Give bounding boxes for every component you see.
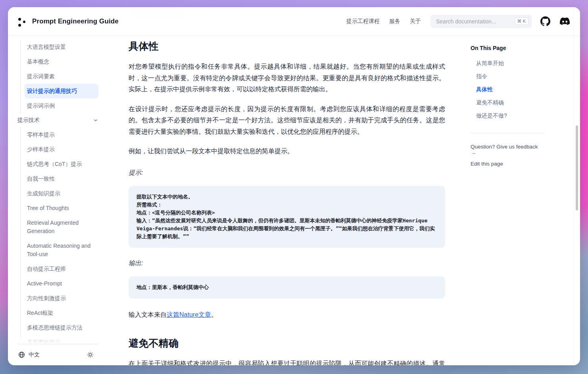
toc-sidebar: On This Page 从简单开始 指令 具体性 避免不精确 做还是不做? Q… (471, 36, 580, 365)
sidebar-item-active-prompt[interactable]: Active-Prompt (25, 276, 98, 291)
sidebar-item-llm-settings[interactable]: 大语言模型设置 (25, 40, 98, 54)
sidebar-section-label: 提示技术 (17, 117, 40, 124)
sidebar-item-react[interactable]: ReAct框架 (25, 306, 98, 320)
chevron-down-icon (93, 118, 98, 123)
sidebar-item-knowledge-gen[interactable]: 生成知识提示 (25, 186, 98, 201)
toc-divider (471, 133, 544, 133)
brand-logo-icon[interactable] (18, 16, 27, 27)
sidebar-item-tree-of-thoughts[interactable]: Tree of Thoughts (25, 201, 98, 216)
sidebar-item-rag[interactable]: Retrieval Augmented Generation (25, 216, 98, 239)
nav-links: 提示工程课程 服务 关于 (346, 18, 421, 25)
sidebar-item-basics[interactable]: 基本概念 (25, 54, 98, 69)
sidebar-item-ape[interactable]: 自动提示工程师 (25, 262, 98, 276)
prompt-code-block[interactable]: 提取以下文本中的地名。 所需格式： 地点：<逗号分隔的公司名称列表> 输入：“虽… (129, 186, 445, 248)
language-label: 中文 (29, 351, 40, 359)
sidebar-item-graph-prompting[interactable]: 基于图的提示 (25, 335, 98, 344)
search-placeholder: Search documentation... (436, 18, 515, 25)
sidebar-section-techniques[interactable]: 提示技术 (17, 113, 98, 127)
language-switcher[interactable]: 中文 (18, 351, 40, 359)
source-prefix: 输入文本来自 (129, 311, 167, 318)
paragraph-4: 在上面关于详细和格式改进的提示中，很容易陷入想要过于聪明的提示陷阱，从而可能创建… (129, 358, 445, 366)
sidebar-scroll-area[interactable]: 大语言模型设置 基本概念 提示词要素 设计提示的通用技巧 提示词示例 提示技术 … (17, 40, 98, 344)
scrollbar-thumb[interactable] (576, 125, 578, 210)
toc-item-imprecision[interactable]: 避免不精确 (471, 96, 544, 109)
heading-imprecision: 避免不精确 (129, 337, 445, 350)
sidebar-item-general-tips-active[interactable]: 设计提示的通用技巧 (25, 84, 98, 98)
sidebar-item-few-shot[interactable]: 少样本提示 (25, 142, 98, 157)
source-suffix: 。 (211, 311, 217, 318)
sidebar-item-art[interactable]: Automatic Reasoning and Tool-use (25, 239, 98, 262)
heading-specificity: 具体性 (129, 40, 445, 53)
edit-page-link[interactable]: Edit this page (471, 161, 544, 167)
github-icon[interactable] (540, 16, 550, 26)
search-shortcut-badge: ⌘ K (515, 17, 528, 25)
top-navbar: Prompt Engineering Guide 提示工程课程 服务 关于 Se… (8, 7, 580, 36)
toc-item-specificity-active[interactable]: 具体性 (471, 83, 544, 96)
toc-title: On This Page (471, 45, 544, 51)
theme-toggle-sun-icon[interactable] (87, 351, 94, 358)
sidebar-item-multimodal-cot[interactable]: 多模态思维链提示方法 (25, 320, 98, 335)
discord-icon[interactable] (560, 16, 570, 26)
toc-item-to-do-or-not[interactable]: 做还是不做? (471, 109, 544, 122)
page-body: 大语言模型设置 基本概念 提示词要素 设计提示的通用技巧 提示词示例 提示技术 … (8, 36, 580, 365)
output-label: 输出: (129, 259, 445, 268)
prompt-label: 提示: (129, 169, 445, 177)
sidebar-item-zero-shot[interactable]: 零样本提示 (25, 127, 98, 142)
header-icons (540, 16, 570, 26)
toc-list: 从简单开始 指令 具体性 避免不精确 做还是不做? (471, 57, 544, 122)
sidebar-item-prompt-examples[interactable]: 提示词示例 (25, 98, 98, 113)
nav-link-services[interactable]: 服务 (389, 18, 400, 25)
search-input[interactable]: Search documentation... ⌘ K (430, 15, 532, 28)
feedback-link[interactable]: Question? Give us feedback → (471, 144, 544, 156)
app-window: Prompt Engineering Guide 提示工程课程 服务 关于 Se… (8, 7, 580, 365)
toc-item-instructions[interactable]: 指令 (471, 70, 544, 83)
sidebar-item-prompt-elements[interactable]: 提示词要素 (25, 69, 98, 84)
paragraph-3: 例如，让我们尝试从一段文本中提取特定信息的简单提示。 (129, 146, 445, 157)
paragraph-2: 在设计提示时，您还应考虑提示的长度，因为提示的长度有限制。考虑到您应该具体和详细… (129, 104, 445, 138)
sidebar-item-directional-stimulus[interactable]: 方向性刺激提示 (25, 291, 98, 306)
scrollbar-track[interactable] (574, 7, 580, 365)
nature-article-link[interactable]: 这篇Nature文章 (167, 311, 211, 318)
left-sidebar: 大语言模型设置 基本概念 提示词要素 设计提示的通用技巧 提示词示例 提示技术 … (8, 36, 121, 365)
toc-item-start-simple[interactable]: 从简单开始 (471, 57, 544, 70)
output-code-block[interactable]: 地点：里斯本，香帕利莫德中心 (129, 276, 445, 299)
nav-link-about[interactable]: 关于 (410, 18, 421, 25)
paragraph-1: 对您希望模型执行的指令和任务非常具体。提示越具体和详细，结果就越好。当您有所期望… (129, 61, 445, 95)
sidebar-item-self-consistency[interactable]: 自我一致性 (25, 172, 98, 186)
main-content: 具体性 对您希望模型执行的指令和任务非常具体。提示越具体和详细，结果就越好。当您… (121, 36, 471, 365)
sidebar-group-basics: 大语言模型设置 基本概念 提示词要素 设计提示的通用技巧 提示词示例 (20, 40, 98, 113)
nav-link-course[interactable]: 提示工程课程 (346, 18, 380, 25)
sidebar-item-cot[interactable]: 链式思考（CoT）提示 (25, 157, 98, 172)
source-line: 输入文本来自这篇Nature文章。 (129, 311, 445, 319)
brand-title[interactable]: Prompt Engineering Guide (32, 17, 119, 25)
sidebar-group-techniques: 零样本提示 少样本提示 链式思考（CoT）提示 自我一致性 生成知识提示 Tre… (20, 127, 98, 344)
sidebar-footer: 中文 (17, 344, 98, 365)
globe-icon (18, 351, 25, 358)
